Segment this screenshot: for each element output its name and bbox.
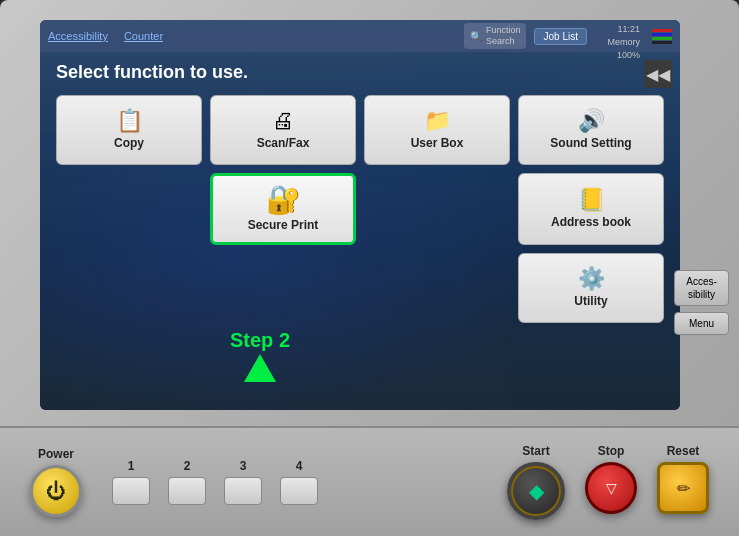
start-button[interactable]: ◆ [507,462,565,520]
scan-fax-button[interactable]: 🖨 Scan/Fax [210,95,356,165]
num-key-4-btn[interactable] [280,477,318,505]
copy-label: Copy [114,136,144,150]
copy-icon: 📋 [116,110,143,132]
num-key-1-btn[interactable] [112,477,150,505]
num-key-2: 2 [168,459,206,505]
address-book-label: Address book [551,215,631,229]
sound-setting-label: Sound Setting [550,136,631,150]
num-key-3-btn[interactable] [224,477,262,505]
reset-button[interactable]: ✏ [657,462,709,514]
utility-label: Utility [574,294,607,308]
copy-button[interactable]: 📋 Copy [56,95,202,165]
power-button[interactable]: ⏻ [30,465,82,517]
secure-print-label: Secure Print [248,218,319,232]
reset-icon: ✏ [677,479,690,498]
user-box-label: User Box [411,136,464,150]
sound-setting-button[interactable]: 🔊 Sound Setting [518,95,664,165]
user-box-button[interactable]: 📁 User Box [364,95,510,165]
step2-annotation: Step 2 [230,329,290,382]
stop-label: Stop [598,444,625,458]
num-key-4-label: 4 [296,459,303,473]
start-section: Start ◆ [507,444,565,520]
address-book-icon: 📒 [578,189,605,211]
secure-print-icon: 🔐 [266,186,301,214]
num-key-4: 4 [280,459,318,505]
num-key-1: 1 [112,459,150,505]
num-key-3: 3 [224,459,262,505]
back-button[interactable]: ◀◀ [644,60,672,88]
bottom-controls: Power ⏻ 1 2 3 4 [0,426,739,536]
stop-section: Stop ▽ [585,444,637,520]
copier-screen: Accessibility Counter 🔍 FunctionSearch J… [40,20,680,410]
accessibility-panel-btn[interactable]: Acces- sibility [674,270,729,306]
stop-icon: ▽ [606,480,617,496]
device-body: Accessibility Counter 🔍 FunctionSearch J… [0,0,739,536]
utility-button[interactable]: ⚙️ Utility [518,253,664,323]
action-buttons: Start ◆ Stop ▽ Reset ✏ [507,444,709,520]
sound-setting-icon: 🔊 [578,110,605,132]
num-keys: 1 2 3 4 [112,459,318,505]
step2-label: Step 2 [230,329,290,352]
power-icon: ⏻ [46,480,66,503]
reset-label: Reset [667,444,700,458]
secure-print-button[interactable]: 🔐 Secure Print [210,173,356,245]
stop-button[interactable]: ▽ [585,462,637,514]
num-key-1-label: 1 [128,459,135,473]
start-label: Start [522,444,549,458]
start-icon: ◆ [529,479,544,503]
power-label: Power [38,447,74,461]
num-key-2-btn[interactable] [168,477,206,505]
scan-fax-icon: 🖨 [272,110,294,132]
step2-arrow [244,354,276,382]
utility-icon: ⚙️ [578,268,605,290]
menu-panel-btn[interactable]: Menu [674,312,729,335]
num-key-2-label: 2 [184,459,191,473]
address-book-button[interactable]: 📒 Address book [518,173,664,245]
side-panel: Acces- sibility Menu [674,270,729,335]
reset-section: Reset ✏ [657,444,709,520]
num-key-3-label: 3 [240,459,247,473]
scan-fax-label: Scan/Fax [257,136,310,150]
power-section: Power ⏻ [30,447,82,517]
user-box-icon: 📁 [424,110,451,132]
